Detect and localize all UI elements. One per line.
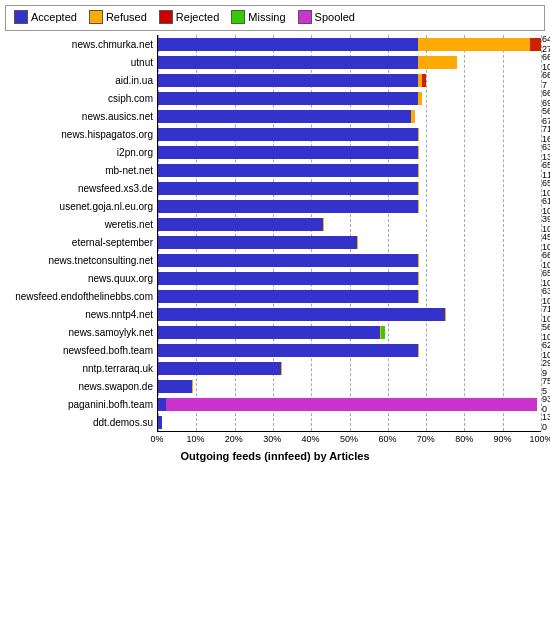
bar-row: 626510 [158, 341, 541, 359]
bar-segment-refused [418, 164, 419, 177]
bar-segment-rejected [422, 74, 426, 87]
bar-segment-refused [418, 128, 419, 141]
x-tick: 0% [150, 434, 163, 444]
bar-segment-rejected [530, 38, 541, 51]
bar-row: 64832716 [158, 35, 541, 53]
bar-label: news.chmurka.net [9, 35, 157, 53]
bar-row: 66191006 [158, 53, 541, 71]
bar-label: nntp.terraraq.uk [9, 359, 157, 377]
bar-label: newsfeed.endofthelinebbs.com [9, 287, 157, 305]
legend-color [14, 10, 28, 24]
bar-label: news.tnetconsulting.net [9, 251, 157, 269]
legend-item-refused: Refused [89, 10, 147, 24]
bar-segment-refused [418, 56, 456, 69]
x-tick: 20% [225, 434, 243, 444]
bar-row: 717916 [158, 125, 541, 143]
bar-numbers: 1350 [542, 413, 550, 433]
bar-label: newsfeed.xs3.de [9, 179, 157, 197]
legend: AcceptedRefusedRejectedMissingSpooled [5, 5, 545, 31]
bar-row: 656110 [158, 179, 541, 197]
bar-segment-refused [418, 254, 419, 267]
bar-row: 1350 [158, 413, 541, 431]
bar-segment-accepted [158, 92, 418, 105]
bar-label: news.samoylyk.net [9, 323, 157, 341]
bar-segment-refused [323, 218, 324, 231]
legend-label: Missing [248, 11, 285, 23]
bar-segment-accepted [158, 416, 162, 429]
bar-segment-accepted [158, 362, 281, 375]
bar-label: paganini.bofh.team [9, 395, 157, 413]
x-tick: 80% [455, 434, 473, 444]
bar-row: 453210 [158, 233, 541, 251]
legend-item-accepted: Accepted [14, 10, 77, 24]
x-tick: 40% [302, 434, 320, 444]
legend-label: Rejected [176, 11, 219, 23]
bar-segment-accepted [158, 182, 418, 195]
bar-segment-missing [381, 326, 385, 339]
x-tick: 100% [529, 434, 550, 444]
bar-segment-accepted [158, 308, 445, 321]
labels-column: news.chmurka.netutnutaid.in.uacsiph.comn… [9, 35, 157, 432]
bar-label: aid.in.ua [9, 71, 157, 89]
bar-segment-refused [357, 236, 358, 249]
legend-item-rejected: Rejected [159, 10, 219, 24]
legend-label: Spooled [315, 11, 355, 23]
legend-color [159, 10, 173, 24]
bar-row: 633510 [158, 287, 541, 305]
bar-label: mb-net.net [9, 161, 157, 179]
bar-label: eternal-september [9, 233, 157, 251]
bar-row: 93240 [158, 395, 541, 413]
bar-row: 29919 [158, 359, 541, 377]
bar-segment-accepted [158, 254, 418, 267]
bar-row: 651110 [158, 269, 541, 287]
bar-row: 612610 [158, 197, 541, 215]
bar-segment-accepted [158, 236, 357, 249]
x-tick: 60% [378, 434, 396, 444]
bar-label: news.quux.org [9, 269, 157, 287]
legend-color [231, 10, 245, 24]
bar-segment-accepted [158, 272, 418, 285]
legend-color [298, 10, 312, 24]
bar-row: 636613 [158, 143, 541, 161]
legend-item-spooled: Spooled [298, 10, 355, 24]
bar-label: news.nntp4.net [9, 305, 157, 323]
chart-container: AcceptedRefusedRejectedMissingSpooled ne… [0, 0, 550, 630]
x-tick: 30% [263, 434, 281, 444]
bar-segment-accepted [158, 326, 380, 339]
bar-segment-accepted [158, 110, 411, 123]
bar-row: 654911 [158, 161, 541, 179]
x-axis: 0%10%20%30%40%50%60%70%80%90%100% [157, 432, 541, 448]
bar-row: 392210 [158, 215, 541, 233]
x-axis-title: Outgoing feeds (innfeed) by Articles [9, 450, 541, 462]
x-tick: 90% [494, 434, 512, 444]
bar-segment-accepted [158, 398, 166, 411]
bar-row: 66197 [158, 71, 541, 89]
bar-segment-accepted [158, 56, 418, 69]
bar-segment-accepted [158, 380, 192, 393]
bar-segment-refused [418, 344, 419, 357]
bar-label: weretis.net [9, 215, 157, 233]
bar-row: 665469 [158, 89, 541, 107]
bar-segment-accepted [158, 290, 418, 303]
bar-segment-accepted [158, 164, 418, 177]
bar-segment-refused [418, 290, 419, 303]
bar-segment-accepted [158, 128, 418, 141]
bar-label: csiph.com [9, 89, 157, 107]
x-tick: 70% [417, 434, 435, 444]
bar-segment-refused [418, 92, 422, 105]
legend-label: Refused [106, 11, 147, 23]
bar-segment-refused [418, 146, 419, 159]
bar-label: utnut [9, 53, 157, 71]
x-tick: 10% [186, 434, 204, 444]
bar-segment-refused [418, 272, 419, 285]
bar-segment-accepted [158, 38, 418, 51]
x-tick: 50% [340, 434, 358, 444]
bar-label: news.ausics.net [9, 107, 157, 125]
bar-row: 718510 [158, 305, 541, 323]
bar-segment-accepted [158, 200, 418, 213]
bar-row: 560567 [158, 107, 541, 125]
bar-segment-refused [418, 182, 419, 195]
bar-segment-refused [445, 308, 446, 321]
bar-segment-accepted [158, 218, 323, 231]
bar-row: 561010 [158, 323, 541, 341]
